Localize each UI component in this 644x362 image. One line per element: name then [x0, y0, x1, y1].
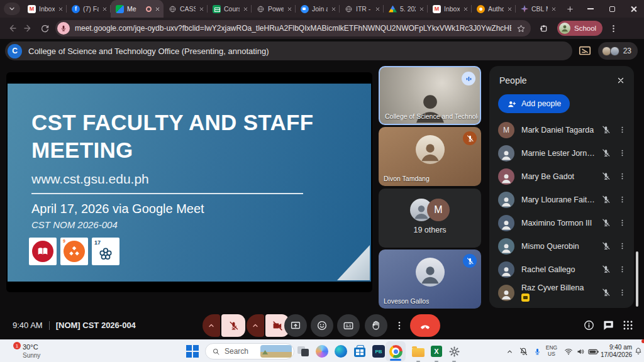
minimize-button[interactable] [580, 0, 601, 18]
tab-close-icon[interactable] [199, 6, 204, 12]
participant-row[interactable]: Marnie Lester Jornadal [489, 141, 634, 165]
browser-tab-meet-active[interactable]: Me [111, 0, 164, 18]
extensions-icon[interactable] [538, 23, 548, 33]
chat-button[interactable] [602, 319, 614, 331]
more-options-icon[interactable] [618, 265, 626, 273]
copilot-button[interactable] [314, 340, 330, 362]
close-panel-icon[interactable] [616, 76, 625, 85]
video-tile-speaker[interactable]: College of Science and Technology ... [379, 66, 481, 125]
volume-tray-icon[interactable] [574, 340, 587, 362]
tab-close-icon[interactable] [155, 6, 160, 12]
forward-button[interactable] [20, 20, 36, 36]
browser-tab-inbox2[interactable]: M Inbox [428, 0, 472, 18]
clock-tray[interactable]: 9:40 am17/04/2026 [600, 340, 633, 362]
file-explorer-button[interactable] [410, 340, 426, 362]
start-button[interactable] [185, 340, 200, 362]
video-tile-others[interactable]: M 19 others [379, 189, 481, 248]
participant-row[interactable]: M Mark Daniel Tagarda [489, 118, 634, 141]
more-options-icon[interactable] [618, 219, 626, 227]
participant-row[interactable]: Maximino Tormon III [489, 211, 634, 234]
panel-scrollbar[interactable] [636, 251, 638, 307]
more-options-icon[interactable] [618, 195, 626, 204]
close-window-button[interactable] [623, 0, 644, 18]
raise-hand-button[interactable] [365, 314, 387, 337]
stop-presenting-icon[interactable] [578, 44, 592, 58]
more-options-icon[interactable] [618, 242, 626, 250]
browser-tab-zoom[interactable]: Join a [296, 0, 340, 18]
taskbar-search[interactable]: Search [205, 343, 294, 359]
wifi-tray-icon[interactable] [562, 340, 575, 362]
present-button[interactable] [284, 314, 307, 337]
participant-row[interactable]: Rachel Gallego [489, 258, 634, 281]
tab-close-icon[interactable] [102, 6, 108, 12]
maximize-button[interactable] [601, 0, 623, 18]
browser-tab-drive[interactable]: 5. 202 [384, 0, 428, 18]
browser-tab-itr[interactable]: ITR - E [340, 0, 384, 18]
browser-tab-author[interactable]: Autho [472, 0, 516, 18]
tray-expand-button[interactable] [503, 340, 516, 362]
more-options-icon[interactable] [618, 126, 626, 134]
folder-icon [412, 348, 425, 357]
pb-app-button[interactable]: PB [371, 340, 386, 362]
add-people-button[interactable]: Add people [498, 94, 570, 113]
notification-center-button[interactable] [633, 340, 644, 362]
store-button[interactable] [352, 340, 367, 362]
excel-button[interactable]: X [429, 340, 444, 362]
weather-widget[interactable]: 1 30°C Sunny [5, 340, 40, 362]
language-switcher[interactable]: ENGUS [543, 340, 560, 362]
tab-close-icon[interactable] [375, 6, 380, 12]
participant-row[interactable]: Raz Cyver Billena [489, 281, 634, 304]
browser-tab-power[interactable]: Power [252, 0, 296, 18]
camera-options-chevron[interactable] [247, 314, 264, 337]
browser-tab-course[interactable]: Course [208, 0, 252, 18]
mic-in-use-tray-icon[interactable] [531, 340, 543, 362]
captions-button[interactable] [337, 314, 360, 337]
reload-button[interactable] [36, 20, 53, 36]
browser-tab-cassc[interactable]: CASSC [164, 0, 208, 18]
browser-profile-chip[interactable]: School [557, 21, 602, 36]
participant-count-chip[interactable]: 23 [598, 42, 638, 60]
end-call-button[interactable] [410, 314, 440, 337]
mic-options-chevron[interactable] [203, 314, 220, 337]
more-options-icon[interactable] [618, 149, 626, 157]
mic-permission-icon[interactable] [57, 22, 70, 35]
more-options-icon[interactable] [618, 288, 626, 297]
tab-close-icon[interactable] [551, 6, 557, 12]
browser-tab-facebook[interactable]: f (7) Fac [67, 0, 111, 18]
tab-close-icon[interactable] [243, 6, 248, 12]
tab-close-icon[interactable] [58, 6, 64, 12]
notifications-off-tray-icon[interactable] [516, 340, 530, 362]
tab-close-icon[interactable] [419, 6, 425, 12]
reactions-button[interactable] [311, 314, 333, 337]
url-text[interactable]: meet.google.com/jqe-oydb-uxv?fbclid=IwY2… [75, 24, 511, 33]
edge-button[interactable] [333, 340, 348, 362]
back-button[interactable] [4, 20, 20, 36]
shared-presentation[interactable]: CST FACULTY AND STAFF MEETING www.cst.gs… [6, 72, 372, 292]
video-tile-loveson[interactable]: Loveson Gallos [379, 250, 481, 309]
browser-tab-cbl[interactable]: CBL M [516, 0, 560, 18]
participant-row[interactable]: Mary Llourane Faith Jor... [489, 188, 634, 211]
tab-close-icon[interactable] [463, 6, 469, 12]
participant-avatar [498, 285, 514, 301]
participant-row[interactable]: Mary Be Gadot [489, 165, 634, 188]
new-tab-button[interactable] [562, 1, 577, 16]
task-view-button[interactable] [296, 340, 311, 362]
tab-search-button[interactable] [4, 3, 20, 15]
activities-button[interactable] [622, 319, 634, 331]
meeting-details-button[interactable] [583, 319, 595, 331]
tab-close-icon[interactable] [507, 6, 513, 12]
tab-close-icon[interactable] [331, 6, 336, 12]
more-options-icon[interactable] [618, 172, 626, 180]
browser-menu-icon[interactable] [609, 24, 618, 33]
video-tile-divon[interactable]: Divon Tamdang [379, 127, 481, 186]
bookmark-star-icon[interactable] [516, 24, 526, 33]
battery-tray-icon[interactable] [586, 340, 601, 362]
mic-toggle-button[interactable] [221, 314, 245, 337]
more-options-button[interactable] [392, 314, 406, 337]
address-bar[interactable]: meet.google.com/jqe-oydb-uxv?fbclid=IwY2… [55, 20, 531, 36]
chrome-button-active[interactable] [386, 341, 406, 361]
browser-tab-inbox[interactable]: M Inbox [23, 0, 67, 18]
settings-button[interactable] [447, 340, 462, 362]
participant-row[interactable]: Mismo Querobin [489, 234, 634, 258]
tab-close-icon[interactable] [287, 6, 292, 12]
